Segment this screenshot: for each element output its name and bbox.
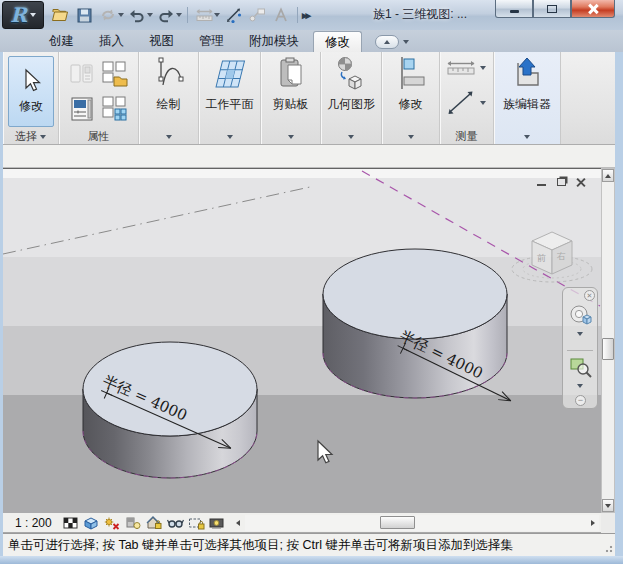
wheel-dropdown-icon[interactable]	[577, 332, 583, 336]
family-editor-panel-expander[interactable]	[494, 129, 560, 144]
detail-level-button[interactable]	[62, 515, 79, 531]
status-message: 单击可进行选择; 按 Tab 键并单击可选择其他项目; 按 Ctrl 键并单击可…	[8, 537, 513, 554]
modify-panel-expander[interactable]	[382, 129, 439, 144]
dimension-ruler-icon	[446, 60, 476, 76]
workplane-button[interactable]: 工作平面	[199, 55, 260, 113]
tab-insert[interactable]: 插入	[88, 31, 135, 52]
chevron-down-icon	[480, 101, 486, 105]
family-category-button[interactable]	[99, 57, 129, 90]
ribbon-tab-bar: 创建 插入 视图 管理 附加模块 修改	[0, 30, 623, 52]
navbar-close-button[interactable]: ✕	[584, 290, 595, 301]
text-button[interactable]	[269, 5, 293, 25]
locked-3d-view-button[interactable]	[146, 515, 163, 531]
properties-palette-button[interactable]	[67, 92, 97, 125]
reveal-hidden-icon	[209, 516, 226, 530]
shadows-icon	[125, 516, 141, 530]
scroll-down-button[interactable]	[602, 499, 614, 512]
quick-access-toolbar: ▸▸	[48, 4, 309, 26]
tab-view[interactable]: 视图	[138, 31, 185, 52]
draw-button[interactable]: 绘制	[139, 55, 198, 113]
visual-style-button[interactable]	[83, 515, 100, 531]
load-into-project-button[interactable]: 族编辑器	[494, 55, 560, 113]
minimize-button[interactable]	[495, 0, 533, 18]
geometry-button[interactable]: 几何图形	[321, 55, 381, 113]
sync-button[interactable]	[96, 5, 120, 25]
crop-region-button[interactable]	[188, 515, 205, 531]
aligned-dimension-button[interactable]	[192, 5, 216, 25]
family-types-button[interactable]	[67, 57, 97, 90]
toolbar-separator	[187, 7, 188, 23]
reveal-hidden-elements-button[interactable]	[209, 515, 226, 531]
aligned-dimension-tool[interactable]	[446, 60, 486, 76]
viewcube-right-label[interactable]: 右	[556, 251, 566, 261]
modify-tool-button[interactable]: 修改	[8, 56, 54, 127]
select-panel-label[interactable]: 选择	[3, 129, 58, 144]
viewcube[interactable]: 前 右	[512, 232, 592, 282]
tab-manage[interactable]: 管理	[188, 31, 235, 52]
zoom-button[interactable]	[568, 356, 594, 384]
save-button[interactable]	[72, 5, 96, 25]
undo-button[interactable]	[125, 5, 149, 25]
tab-create[interactable]: 创建	[38, 31, 85, 52]
measure-button[interactable]	[221, 5, 245, 25]
steering-wheel-icon	[568, 304, 594, 328]
chevron-down-icon	[605, 504, 611, 508]
viewcube-front-label[interactable]: 前	[537, 253, 546, 263]
qat-overflow-icon[interactable]: ▸▸	[302, 9, 309, 22]
horizontal-scroll-thumb[interactable]	[380, 516, 415, 529]
sun-path-button[interactable]	[104, 515, 121, 531]
measure-tool[interactable]	[446, 90, 486, 116]
tag-button[interactable]	[245, 5, 269, 25]
resize-grip[interactable]	[601, 541, 613, 553]
application-menu-button[interactable]: R	[2, 1, 44, 29]
type-properties-button[interactable]	[99, 92, 129, 125]
revit-window: R	[0, 0, 623, 564]
view-scale[interactable]: 1 : 200	[15, 516, 52, 530]
horizontal-scrollbar[interactable]	[245, 515, 599, 531]
chevron-down-icon	[30, 13, 36, 17]
geometry-panel-expander[interactable]	[321, 129, 381, 144]
workplane-panel-expander[interactable]	[199, 129, 260, 144]
draw-panel-expander[interactable]	[139, 129, 198, 144]
align-icon	[394, 55, 428, 93]
close-icon	[588, 4, 598, 14]
maximize-button[interactable]	[533, 0, 571, 18]
redo-dropdown-icon[interactable]	[176, 13, 182, 17]
properties-panel-label[interactable]: 属性	[59, 129, 138, 144]
scroll-right-button[interactable]	[586, 515, 599, 531]
ribbon-collapse-dropdown-icon[interactable]	[403, 40, 409, 44]
modify-align-button[interactable]: 修改	[382, 55, 439, 113]
view-control-icons	[62, 515, 226, 531]
shadows-button[interactable]	[125, 515, 142, 531]
measure-panel-label[interactable]: 测量	[440, 129, 493, 144]
redo-button[interactable]	[154, 5, 178, 25]
zoom-dropdown-icon[interactable]	[577, 384, 583, 388]
scroll-left-button[interactable]	[232, 515, 245, 531]
chevron-down-icon	[40, 135, 46, 139]
ribbon-collapse-button[interactable]	[375, 35, 399, 49]
steering-wheel-button[interactable]	[568, 304, 594, 332]
undo-dropdown-icon[interactable]	[147, 13, 153, 17]
toolbar-separator	[297, 7, 298, 23]
close-button[interactable]	[571, 0, 615, 18]
vertical-scroll-thumb[interactable]	[602, 338, 614, 360]
navbar-collapse-button[interactable]: −	[575, 395, 586, 406]
tab-modify[interactable]: 修改	[313, 31, 362, 52]
view-restore-button[interactable]	[554, 175, 568, 188]
load-into-project-icon	[509, 55, 545, 93]
clipboard-button[interactable]: 剪贴板	[261, 55, 320, 113]
reference-line-gray[interactable]	[3, 187, 310, 254]
temporary-hide-isolate-button[interactable]	[167, 515, 184, 531]
scroll-up-button[interactable]	[602, 169, 614, 182]
maximize-icon	[547, 5, 557, 13]
view-close-button[interactable]	[574, 175, 588, 188]
vertical-scrollbar[interactable]	[601, 168, 615, 513]
dimension-dropdown-icon[interactable]	[214, 13, 220, 17]
geometry-icon	[332, 55, 370, 93]
drawing-area[interactable]: 前 右 半径 = 4000	[3, 168, 601, 513]
view-minimize-button[interactable]	[534, 175, 548, 188]
sync-dropdown-icon[interactable]	[118, 13, 124, 17]
open-button[interactable]	[48, 5, 72, 25]
tab-addins[interactable]: 附加模块	[238, 31, 310, 52]
clipboard-panel-expander[interactable]	[261, 129, 320, 144]
